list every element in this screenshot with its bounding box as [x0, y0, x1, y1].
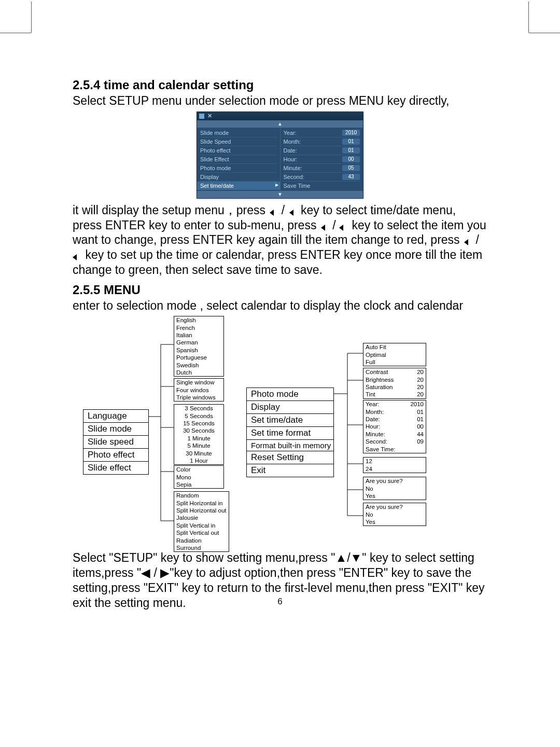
list-item: Slide mode [83, 423, 148, 436]
time-format-box: 12 24 [363, 457, 426, 473]
list-item: 3 Seconds [174, 405, 223, 412]
list-item: Portuguese [174, 354, 223, 361]
heading-2-5-4: 2.5.4 time and calendar setting [73, 78, 487, 92]
list-item: Display [200, 173, 277, 182]
list-item: Yes [363, 518, 426, 525]
list-item: Dutch [174, 369, 223, 376]
list-item: Slide Speed [200, 137, 277, 146]
prev-icon [463, 233, 475, 246]
confirm-box-2: Are you sure? No Yes [363, 503, 426, 526]
list-item: Slide effect [83, 462, 148, 474]
next-icon [288, 203, 301, 217]
kv-row: Date:01 [363, 416, 426, 423]
list-item: Yes [363, 492, 426, 500]
page-number: 6 [0, 597, 560, 607]
list-item: German [174, 339, 223, 346]
confirm-box-1: Are you sure? No Yes [363, 477, 426, 500]
list-item: 24 [363, 465, 426, 473]
next-icon [73, 248, 85, 261]
list-item: Spanish [174, 347, 223, 354]
list-item: Slide mode [200, 129, 277, 137]
prev-icon [269, 203, 281, 217]
list-item: 12 [363, 458, 426, 465]
heading-2-5-5: 2.5.5 MENU [73, 283, 487, 297]
list-item: Jalousie [174, 514, 229, 521]
list-item: 15 Seconds [174, 420, 223, 427]
para-2-5-5-intro: enter to selection mode , select calenda… [73, 298, 487, 313]
list-item: 5 Seconds [174, 412, 223, 420]
window-icon [199, 114, 204, 119]
kv-row: Second:09 [363, 438, 426, 445]
list-item: Photo effect [83, 449, 148, 462]
kv-row: Month:01 [284, 137, 360, 146]
slide-mode-box: Single window Four windos Triple windows [174, 378, 224, 402]
slide-speed-box: 3 Seconds 5 Seconds 15 Seconds 30 Second… [174, 404, 224, 465]
list-item: Split Horizontal out [174, 507, 229, 514]
kv-row: Minute:05 [284, 164, 360, 173]
close-icon: ✕ [207, 113, 212, 119]
list-item: Triple windows [174, 394, 223, 401]
languages-box: English French Italian German Spanish Po… [174, 316, 224, 377]
list-item: Split Vertical in [174, 522, 229, 529]
list-item: Auto Fit [363, 343, 426, 351]
crop-mark [31, 2, 32, 33]
kv-row: Save Time [284, 182, 360, 190]
photo-mode-box: Auto Fit Optimal Full [363, 343, 426, 366]
para-2-5-4-body: it will display the setup menu，press / k… [73, 203, 487, 278]
kv-row: Contrast20 [363, 368, 426, 376]
list-item: Swedish [174, 362, 223, 369]
para-2-5-4-intro: Select SETUP menu under selection mode o… [73, 93, 487, 108]
crop-mark [529, 33, 560, 33]
kv-row: Saturation20 [363, 383, 426, 391]
list-item: Set time/date [247, 414, 333, 427]
list-item-selected: Set time/date [197, 182, 280, 190]
list-item: 1 Minute [174, 435, 223, 442]
list-item: No [363, 511, 426, 518]
list-item: Mono [174, 474, 223, 481]
list-item: Italian [174, 331, 223, 339]
crop-mark [528, 2, 529, 33]
list-item: Language [83, 410, 148, 423]
kv-row: Second:43 [284, 173, 360, 182]
kv-row: Year:2010 [284, 129, 360, 137]
device-right-pane: Year:2010 Month:01 Date:01 Hour:00 Minut… [281, 128, 363, 191]
kv-row: Hour:00 [363, 423, 426, 430]
list-item: Sepia [174, 481, 223, 488]
list-item: Photo mode [200, 164, 277, 173]
list-item: Photo effect [200, 146, 277, 155]
kv-row: Tint20 [363, 391, 426, 398]
list-item: Reset Setting [247, 451, 333, 464]
list-item: Slide speed [83, 436, 148, 449]
scroll-down-arrow: ▼ [197, 191, 363, 198]
next-icon [339, 218, 352, 232]
list-item: Set time format [247, 427, 333, 440]
list-item: English [174, 316, 223, 324]
list-item: Display [247, 401, 333, 414]
list-item: Format built-in memory [247, 440, 333, 451]
kv-row: Brightness20 [363, 376, 426, 383]
kv-row: Save Time: [363, 446, 426, 453]
menu-main2: Photo mode Display Set time/date Set tim… [246, 388, 334, 477]
list-item: Four windos [174, 386, 223, 394]
list-item: 30 Seconds [174, 427, 223, 434]
list-item: Single window [174, 379, 223, 386]
scroll-up-arrow: ▲ [197, 120, 363, 128]
device-screenshot: ✕ ▲ Slide mode Slide Speed Photo effect … [197, 112, 363, 199]
device-titlebar: ✕ [197, 112, 363, 120]
menu-main1: Language Slide mode Slide speed Photo ef… [83, 409, 149, 475]
menu-tree-diagram: Language Slide mode Slide speed Photo ef… [73, 316, 487, 549]
slide-effect-box: Random Split Horizontal in Split Horizon… [174, 491, 229, 552]
list-item: Color [174, 466, 223, 473]
display-box: Contrast20 Brightness20 Saturation20 Tin… [363, 368, 426, 399]
device-left-pane: Slide mode Slide Speed Photo effect Slid… [197, 128, 281, 191]
manual-page: 2.5.4 time and calendar setting Select S… [0, 0, 560, 747]
list-item: 5 Minute [174, 442, 223, 449]
list-item: Split Horizontal in [174, 500, 229, 507]
photo-effect-box: Color Mono Sepia [174, 465, 224, 489]
kv-row: Year:2010 [363, 400, 426, 408]
list-item: Full [363, 358, 426, 366]
list-item: Exit [247, 464, 333, 477]
list-item: Split Vertical out [174, 529, 229, 536]
list-item: 30 Minute [174, 450, 223, 457]
kv-row: Month:01 [363, 408, 426, 416]
